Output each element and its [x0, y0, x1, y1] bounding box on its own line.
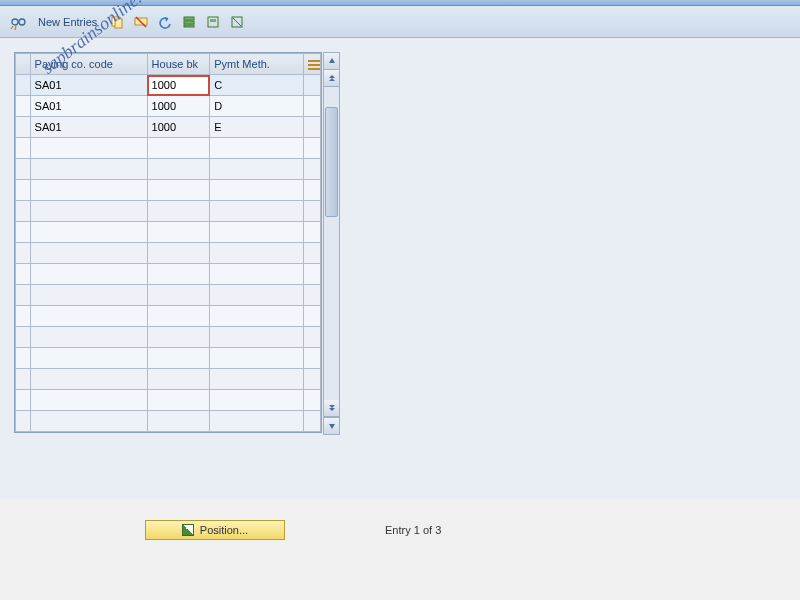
- cell-paying-co-code[interactable]: SA01: [30, 96, 147, 117]
- row-selector[interactable]: [16, 159, 31, 180]
- cell-house-bk[interactable]: [147, 348, 210, 369]
- scroll-down-page-button[interactable]: [324, 400, 339, 417]
- cell-pymt-meth[interactable]: [210, 180, 304, 201]
- cell-paying-co-code[interactable]: [30, 327, 147, 348]
- cell-pymt-meth[interactable]: [210, 159, 304, 180]
- table-row-empty[interactable]: [16, 201, 321, 222]
- cell-paying-co-code[interactable]: SA01: [30, 117, 147, 138]
- table-row-empty[interactable]: [16, 243, 321, 264]
- cell-house-bk[interactable]: [147, 285, 210, 306]
- table-row-empty[interactable]: [16, 285, 321, 306]
- cell-house-bk[interactable]: 1000: [147, 75, 210, 96]
- table-row-empty[interactable]: [16, 222, 321, 243]
- table-row-empty[interactable]: [16, 264, 321, 285]
- row-selector[interactable]: [16, 306, 31, 327]
- cell-paying-co-code[interactable]: [30, 264, 147, 285]
- row-selector[interactable]: [16, 264, 31, 285]
- cell-paying-co-code[interactable]: [30, 201, 147, 222]
- row-selector[interactable]: [16, 117, 31, 138]
- cell-paying-co-code[interactable]: [30, 159, 147, 180]
- row-selector[interactable]: [16, 285, 31, 306]
- cell-house-bk[interactable]: [147, 390, 210, 411]
- cell-pymt-meth[interactable]: [210, 138, 304, 159]
- row-selector-header[interactable]: [16, 54, 31, 75]
- cell-house-bk[interactable]: [147, 201, 210, 222]
- cell-paying-co-code[interactable]: [30, 306, 147, 327]
- table-row[interactable]: SA011000C: [16, 75, 321, 96]
- cell-paying-co-code[interactable]: [30, 180, 147, 201]
- cell-pymt-meth[interactable]: C: [210, 75, 304, 96]
- table-row[interactable]: SA011000D: [16, 96, 321, 117]
- vertical-scrollbar[interactable]: [323, 52, 340, 435]
- cell-paying-co-code[interactable]: [30, 285, 147, 306]
- table-row-empty[interactable]: [16, 369, 321, 390]
- col-header-paying-co-code[interactable]: Paying co. code: [30, 54, 147, 75]
- undo-icon[interactable]: [155, 12, 175, 32]
- cell-pymt-meth[interactable]: D: [210, 96, 304, 117]
- cell-paying-co-code[interactable]: [30, 138, 147, 159]
- cell-house-bk[interactable]: [147, 264, 210, 285]
- row-selector[interactable]: [16, 369, 31, 390]
- row-selector[interactable]: [16, 243, 31, 264]
- cell-house-bk[interactable]: [147, 138, 210, 159]
- select-all-icon[interactable]: [179, 12, 199, 32]
- cell-paying-co-code[interactable]: [30, 243, 147, 264]
- row-selector[interactable]: [16, 201, 31, 222]
- scroll-up-button[interactable]: [324, 53, 339, 70]
- scroll-up-page-button[interactable]: [324, 70, 339, 87]
- cell-pymt-meth[interactable]: [210, 411, 304, 432]
- scroll-thumb[interactable]: [325, 107, 338, 217]
- cell-house-bk[interactable]: [147, 306, 210, 327]
- cell-pymt-meth[interactable]: [210, 243, 304, 264]
- cell-pymt-meth[interactable]: [210, 327, 304, 348]
- delete-row-icon[interactable]: [131, 12, 151, 32]
- table-row-empty[interactable]: [16, 327, 321, 348]
- cell-paying-co-code[interactable]: [30, 369, 147, 390]
- row-selector[interactable]: [16, 411, 31, 432]
- data-grid[interactable]: Paying co. code House bk Pymt Meth. SA01…: [15, 53, 321, 432]
- scroll-track[interactable]: [324, 87, 339, 400]
- table-settings-icon[interactable]: [304, 54, 321, 75]
- col-header-house-bk[interactable]: House bk: [147, 54, 210, 75]
- cell-house-bk[interactable]: [147, 243, 210, 264]
- cell-pymt-meth[interactable]: [210, 201, 304, 222]
- row-selector[interactable]: [16, 75, 31, 96]
- col-header-pymt-meth[interactable]: Pymt Meth.: [210, 54, 304, 75]
- cell-house-bk[interactable]: [147, 411, 210, 432]
- row-selector[interactable]: [16, 222, 31, 243]
- cell-paying-co-code[interactable]: [30, 411, 147, 432]
- cell-paying-co-code[interactable]: [30, 348, 147, 369]
- copy-icon[interactable]: [107, 12, 127, 32]
- row-selector[interactable]: [16, 138, 31, 159]
- table-row-empty[interactable]: [16, 411, 321, 432]
- table-row-empty[interactable]: [16, 159, 321, 180]
- row-selector[interactable]: [16, 327, 31, 348]
- glasses-change-icon[interactable]: [8, 12, 28, 32]
- cell-pymt-meth[interactable]: E: [210, 117, 304, 138]
- cell-pymt-meth[interactable]: [210, 222, 304, 243]
- table-row-empty[interactable]: [16, 306, 321, 327]
- select-block-icon[interactable]: [203, 12, 223, 32]
- cell-pymt-meth[interactable]: [210, 390, 304, 411]
- row-selector[interactable]: [16, 180, 31, 201]
- cell-paying-co-code[interactable]: SA01: [30, 75, 147, 96]
- table-row[interactable]: SA011000E: [16, 117, 321, 138]
- table-row-empty[interactable]: [16, 348, 321, 369]
- position-button[interactable]: Position...: [145, 520, 285, 540]
- cell-house-bk[interactable]: [147, 222, 210, 243]
- row-selector[interactable]: [16, 390, 31, 411]
- cell-house-bk[interactable]: [147, 327, 210, 348]
- cell-house-bk[interactable]: [147, 159, 210, 180]
- deselect-all-icon[interactable]: [227, 12, 247, 32]
- row-selector[interactable]: [16, 96, 31, 117]
- cell-house-bk[interactable]: 1000: [147, 96, 210, 117]
- table-row-empty[interactable]: [16, 390, 321, 411]
- cell-pymt-meth[interactable]: [210, 306, 304, 327]
- scroll-down-button[interactable]: [324, 417, 339, 434]
- cell-pymt-meth[interactable]: [210, 369, 304, 390]
- cell-house-bk[interactable]: [147, 369, 210, 390]
- table-row-empty[interactable]: [16, 138, 321, 159]
- cell-house-bk[interactable]: [147, 180, 210, 201]
- cell-pymt-meth[interactable]: [210, 348, 304, 369]
- cell-pymt-meth[interactable]: [210, 264, 304, 285]
